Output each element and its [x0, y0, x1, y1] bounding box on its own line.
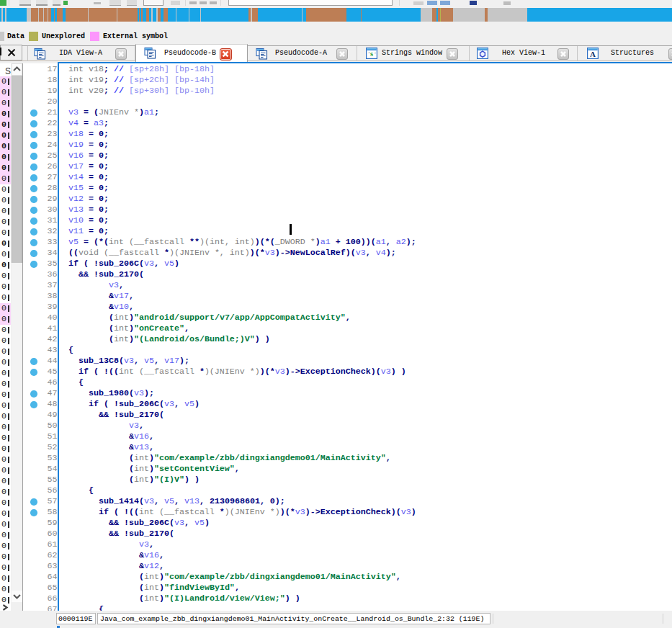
svg-text:A: A	[590, 50, 596, 58]
svg-text:’: ’	[375, 51, 376, 57]
svg-text:s: s	[370, 50, 373, 58]
svg-text:‘: ‘	[368, 51, 369, 57]
